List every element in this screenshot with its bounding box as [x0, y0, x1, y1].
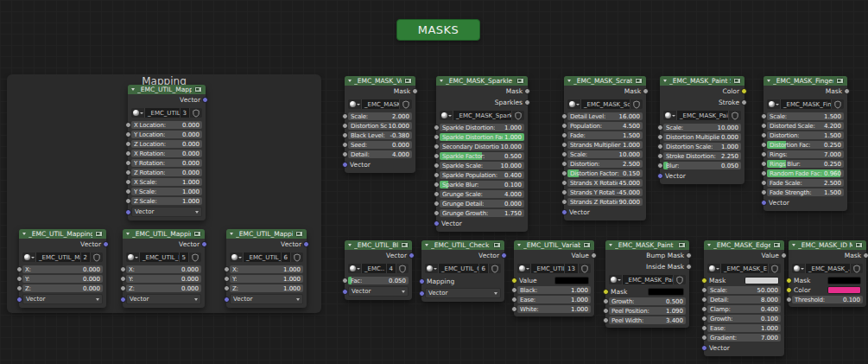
node-header[interactable]: _EMC_MASK_Paint Strokes: [660, 76, 744, 86]
input-socket-value[interactable]: [657, 134, 663, 140]
input-socket-value[interactable]: [434, 134, 440, 140]
input-socket-value[interactable]: [561, 170, 567, 176]
input-socket-value[interactable]: [761, 170, 767, 176]
input-socket-value[interactable]: [761, 151, 767, 157]
node-header[interactable]: _EMC_MASK_Sparkle Grunge: [436, 76, 528, 86]
fake-user-shield-icon[interactable]: [188, 252, 201, 262]
browse-material-icon[interactable]: [707, 264, 720, 273]
input-socket-color[interactable]: [786, 278, 792, 284]
number-field-scale[interactable]: Scale:50.000: [707, 286, 781, 294]
nodegroup-name-field[interactable]: _EMC_UTIL_Ch..: [438, 264, 478, 273]
output-socket-vector[interactable]: [303, 241, 309, 247]
input-socket-value[interactable]: [342, 142, 348, 148]
fake-user-shield-icon[interactable]: [90, 252, 103, 262]
nodegroup-name-field[interactable]: _EMC_MASK_Sparkle Grunge: [453, 111, 511, 120]
browse-material-icon[interactable]: [425, 264, 438, 273]
input-socket-value[interactable]: [16, 285, 22, 291]
number-field-growth[interactable]: Growth:0.100: [707, 315, 781, 322]
number-field-fac[interactable]: Fac:0.050: [348, 277, 409, 284]
vector-dropdown[interactable]: Vector: [131, 207, 202, 217]
browse-material-icon[interactable]: [767, 99, 780, 109]
collapse-arrow-icon[interactable]: [567, 80, 571, 82]
output-socket-vector[interactable]: [103, 241, 109, 247]
collapse-arrow-icon[interactable]: [131, 88, 135, 91]
number-field-distortion-factor[interactable]: Distortion Factor:0.150: [567, 169, 643, 177]
output-socket-vector[interactable]: [501, 252, 507, 259]
input-socket-value[interactable]: [125, 150, 131, 156]
number-field-blur[interactable]: Blur:0.050: [663, 162, 741, 169]
node-editor-canvas[interactable]: MASKS Mapping _EMC_UTIL_MappingVector_EM…: [0, 0, 868, 364]
input-socket-value[interactable]: [434, 172, 440, 178]
node-mask-id-mask[interactable]: _EMC_MASK_ID MaskMask_EMC_MASK_...MaskCo…: [789, 240, 866, 307]
output-socket-value[interactable]: [591, 252, 597, 259]
input-socket-value[interactable]: [761, 142, 767, 148]
number-field-distorted-scale[interactable]: Distorted Scale:4.200: [767, 122, 844, 130]
nodegroup-name-field[interactable]: _EMC_MASK_Pai..: [622, 275, 673, 284]
input-socket-value[interactable]: [224, 266, 230, 272]
collapse-arrow-icon[interactable]: [230, 233, 233, 235]
color-swatch-color[interactable]: [827, 286, 861, 294]
number-field-x[interactable]: X:0.000: [22, 265, 103, 273]
fake-user-shield-icon[interactable]: [831, 99, 844, 109]
number-field-y[interactable]: Y:0.000: [126, 275, 201, 283]
input-socket-value[interactable]: [761, 180, 767, 186]
input-socket-value[interactable]: [561, 180, 567, 186]
number-field-z-location[interactable]: Z Location:0.000: [131, 140, 202, 148]
fake-user-shield-icon[interactable]: [396, 264, 409, 273]
output-socket-value[interactable]: [741, 99, 747, 105]
number-field-distortion-scale[interactable]: Distortion Scale:1.000: [663, 143, 741, 150]
fake-user-shield-icon[interactable]: [578, 264, 591, 273]
number-field-sparkle-distortion-fac[interactable]: Sparkle Distortion Fac:1.000: [440, 133, 524, 141]
number-field-z-scale[interactable]: Z Scale:1.000: [131, 197, 202, 205]
fake-user-shield-icon[interactable]: [630, 99, 643, 109]
input-socket-value[interactable]: [701, 287, 707, 293]
input-socket-value[interactable]: [120, 266, 126, 272]
nodegroup-name-field[interactable]: _EMC_UTIL_...: [530, 264, 564, 273]
browse-material-icon[interactable]: [126, 252, 139, 262]
input-socket-value[interactable]: [342, 123, 348, 129]
input-socket-vector[interactable]: [419, 278, 425, 284]
fake-user-shield-icon[interactable]: [488, 264, 501, 273]
number-field-peel-width[interactable]: Peel Width:3.400: [609, 316, 686, 324]
collapse-arrow-icon[interactable]: [767, 80, 770, 82]
collapse-arrow-icon[interactable]: [126, 233, 130, 235]
nodegroup-selector[interactable]: _EMC_MASK_Paint ..: [663, 111, 741, 120]
number-field-population[interactable]: Population:4.500: [567, 122, 643, 130]
output-socket-vector[interactable]: [201, 241, 207, 247]
frame-masks[interactable]: MASKS: [396, 19, 480, 41]
fake-user-shield-icon[interactable]: [850, 264, 863, 273]
input-socket-value[interactable]: [561, 142, 567, 148]
number-field-y-location[interactable]: Y Location:0.000: [131, 131, 202, 138]
input-socket-value[interactable]: [125, 160, 131, 166]
output-socket-value[interactable]: [686, 264, 692, 270]
nodegroup-name-field[interactable]: _EMC_UTIL_M..: [243, 252, 281, 262]
nodegroup-selector[interactable]: _EMC_MASK_...: [792, 264, 863, 273]
node-header[interactable]: _EMC_UTIL_Mapping Rotat..: [123, 229, 205, 239]
fake-user-shield-icon[interactable]: [290, 252, 303, 262]
nodegroup-selector[interactable]: _EMC_UTIL_Map..2: [22, 252, 103, 262]
nodegroup-selector[interactable]: _EMC_MASK_E..: [707, 264, 781, 273]
input-socket-value[interactable]: [657, 163, 663, 169]
node-mask-edge-noise[interactable]: _EMC_MASK_Edge No..Value_EMC_MASK_E..Mas…: [704, 240, 784, 356]
input-socket-color[interactable]: [701, 278, 707, 284]
number-field-distortion-fac[interactable]: Distortion Fac:0.250: [767, 141, 844, 149]
number-field-detail[interactable]: Detail:8.000: [707, 296, 781, 303]
number-field-black[interactable]: Black:1.000: [517, 286, 591, 294]
input-socket-value[interactable]: [561, 123, 567, 129]
number-field-strands-multiplier[interactable]: Strands Multiplier:1.000: [567, 141, 643, 149]
number-field-sparkle-population[interactable]: Sparkle Population:0.400: [440, 171, 524, 179]
node-util-mapping[interactable]: _EMC_UTIL_MappingVector_EMC_UTIL...3X Lo…: [128, 85, 206, 220]
number-field-z-rotation[interactable]: Z Rotation:0.000: [131, 169, 202, 176]
browse-material-icon[interactable]: [440, 111, 453, 120]
nodegroup-name-field[interactable]: _EMC_MASK_Paint ..: [676, 111, 728, 120]
output-socket-value[interactable]: [686, 252, 692, 259]
number-field-detail-level[interactable]: Detail Level:16.000: [567, 112, 643, 120]
browse-material-icon[interactable]: [792, 264, 805, 273]
input-socket-value[interactable]: [511, 287, 517, 293]
browse-material-icon[interactable]: [348, 99, 361, 109]
collapse-arrow-icon[interactable]: [22, 233, 26, 235]
number-field-sparkle-distortion[interactable]: Sparkle Distortion:1.000: [440, 124, 524, 131]
number-field-z[interactable]: Z:0.000: [22, 284, 103, 292]
browse-material-icon[interactable]: [609, 275, 622, 284]
node-util-mapping-location[interactable]: _EMC_UTIL_Mapping LocationVector_EMC_UTI…: [19, 229, 106, 308]
